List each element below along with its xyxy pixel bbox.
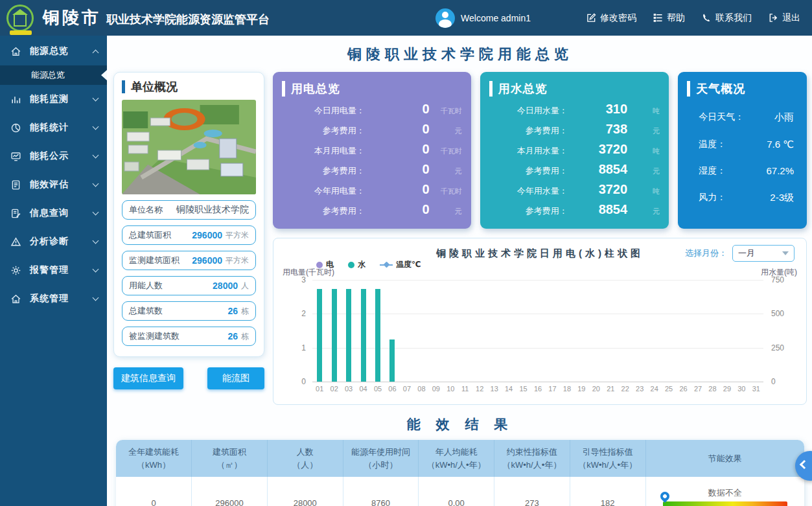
y-tick-label: 750 [771, 275, 784, 284]
water-dot-icon [348, 262, 354, 268]
user-avatar[interactable] [435, 8, 455, 28]
brand-platform: 职业技术学院能源资源监管平台 [106, 12, 270, 27]
stat-row: 参考费用：0元 [282, 122, 462, 137]
x-tick-label: 20 [589, 385, 603, 393]
weather-row: 湿度：67.2% [687, 165, 798, 177]
x-tick-label: 03 [342, 385, 356, 393]
sidebar-item-energy-publicity[interactable]: 能耗公示 [0, 142, 107, 170]
bar-slot [414, 280, 428, 382]
x-tick-label: 14 [502, 385, 516, 393]
help-button[interactable]: 帮助 [653, 12, 685, 24]
weather-row: 风力：2-3级 [687, 192, 798, 204]
edit-icon [586, 13, 596, 23]
water-bar [389, 339, 395, 382]
bar-slot [676, 280, 690, 382]
month-select-label: 选择月份： [685, 247, 727, 259]
stat-row: 今日用水量：310吨 [489, 102, 660, 117]
dropdown-arrow-icon [782, 251, 789, 255]
cell-annual-usage-hours: 8760 [343, 477, 419, 506]
sidebar-subitem-energy-overview[interactable]: 能源总览 [0, 65, 107, 85]
stat-row: 本月用水量：3720吨 [489, 142, 660, 157]
daily-usage-chart-panel: 铜陵职业技术学院日用电(水)柱状图 电 水 温度℃ 用电量(千瓦时) 用水量(吨… [273, 238, 807, 405]
sidebar-item-analysis-diagnosis[interactable]: 分析诊断 [0, 227, 107, 256]
month-select[interactable]: 一月 [732, 245, 795, 262]
legend-water[interactable]: 水 [348, 259, 365, 270]
app-header: 铜陵市 职业技术学院能源资源监管平台 Welcome admin1 修改密码 帮… [0, 0, 812, 36]
unit-overview-title: 单位概况 [122, 80, 256, 93]
chevron-down-icon [93, 209, 99, 216]
col-annual-energy: 全年建筑能耗（kWh） [116, 440, 192, 477]
x-tick-label: 11 [458, 385, 472, 393]
logo-house-shape [14, 14, 27, 27]
x-tick-label: 08 [414, 385, 428, 393]
bar-slot [342, 280, 356, 382]
table-header-row: 全年建筑能耗（kWh） 建筑面积（㎡） 人数（人） 能源年使用时间（小时） 年人… [116, 440, 804, 477]
cell-binding-indicator: 273 [494, 477, 570, 506]
stat-row: 参考费用：0元 [282, 202, 462, 217]
x-tick-label: 12 [472, 385, 487, 393]
bar-slot [502, 280, 516, 382]
y-tick-label: 0 [771, 377, 776, 386]
cell-guiding-indicator: 182 [570, 477, 645, 506]
energy-flow-button[interactable]: 能流图 [207, 367, 264, 389]
bar-slot [327, 280, 341, 382]
cell-building-area: 296000 [192, 477, 268, 506]
col-building-area: 建筑面积（㎡） [192, 440, 268, 477]
bar-slot [429, 280, 443, 382]
x-tick-label: 05 [371, 385, 385, 393]
cell-saving-effect: 数据不全 182 273 [645, 477, 804, 506]
x-tick-label: 16 [531, 385, 545, 393]
contact-us-button[interactable]: 联系我们 [702, 12, 752, 24]
bar-slot [516, 280, 530, 382]
sidebar-item-energy-statistics[interactable]: 能耗统计 [0, 113, 107, 142]
weather-panel-title: 天气概况 [687, 81, 798, 97]
sidebar-item-system-management[interactable]: 系统管理 [0, 284, 107, 313]
weather-row: 今日天气：小雨 [687, 111, 798, 124]
water-bar [375, 289, 380, 382]
building-info-query-button[interactable]: 建筑信息查询 [113, 367, 183, 389]
col-saving-effect: 节能效果 [645, 440, 804, 477]
bar-slot [458, 280, 472, 382]
chart-plot-area: 3 2 1 0 750 500 250 0 [312, 280, 763, 382]
stat-row: 参考费用：738元 [489, 122, 660, 137]
field-monitored-building-area: 监测建筑面积 296000 平方米 [122, 251, 256, 270]
chevron-down-icon [93, 124, 99, 130]
logout-button[interactable]: 退出 [769, 12, 800, 24]
logo-badge [10, 30, 32, 35]
electricity-overview-panel: 用电总览 今日用电量：0千瓦时 参考费用：0元 本月用电量：0千瓦时 参考费用：… [273, 72, 471, 229]
monitor-chart-icon [10, 151, 22, 162]
x-tick-label: 04 [356, 385, 370, 393]
brand-city: 铜陵市 [43, 6, 101, 29]
chevron-down-icon [93, 95, 99, 102]
x-tick-label: 15 [516, 385, 530, 393]
bar-chart-icon [10, 94, 22, 105]
sidebar-item-energy-monitoring[interactable]: 能耗监测 [0, 85, 107, 113]
x-tick-label: 13 [487, 385, 501, 393]
document-edit-icon [10, 208, 22, 219]
cell-people-count: 28000 [267, 477, 343, 506]
sidebar-item-alarm-management[interactable]: 报警管理 [0, 256, 107, 284]
sidebar-item-energy-efficiency-evaluation[interactable]: 能效评估 [0, 170, 107, 199]
bar-slot [589, 280, 603, 382]
stat-row: 参考费用：8854元 [489, 202, 660, 217]
energy-efficiency-result-title: 能 效 结 果 [113, 415, 807, 433]
y-tick-label: 250 [771, 343, 784, 352]
saving-gradient-bar [663, 501, 788, 506]
y-tick-label: 3 [301, 275, 306, 284]
sidebar-item-energy-overview[interactable]: 能源总览 [0, 37, 107, 65]
change-password-button[interactable]: 修改密码 [586, 12, 636, 24]
col-binding-indicator: 约束性指标值（kW•h/人•年） [494, 440, 570, 477]
bar-slot [400, 280, 414, 382]
x-tick-label: 19 [574, 385, 588, 393]
chevron-down-icon [93, 266, 99, 273]
chart-x-labels: 0102030405060708091011121314151617181920… [312, 385, 763, 393]
chart-bars [312, 280, 763, 382]
bar-slot [749, 280, 763, 382]
legend-temperature[interactable]: 温度℃ [380, 259, 421, 270]
x-tick-label: 24 [647, 385, 661, 393]
sidebar-item-info-query[interactable]: 信息查询 [0, 199, 107, 227]
bar-slot [691, 280, 705, 382]
list-icon [653, 13, 663, 23]
table-row: 0 296000 28000 8760 0.00 273 182 数据不全 [116, 477, 804, 506]
x-tick-label: 28 [705, 385, 719, 393]
